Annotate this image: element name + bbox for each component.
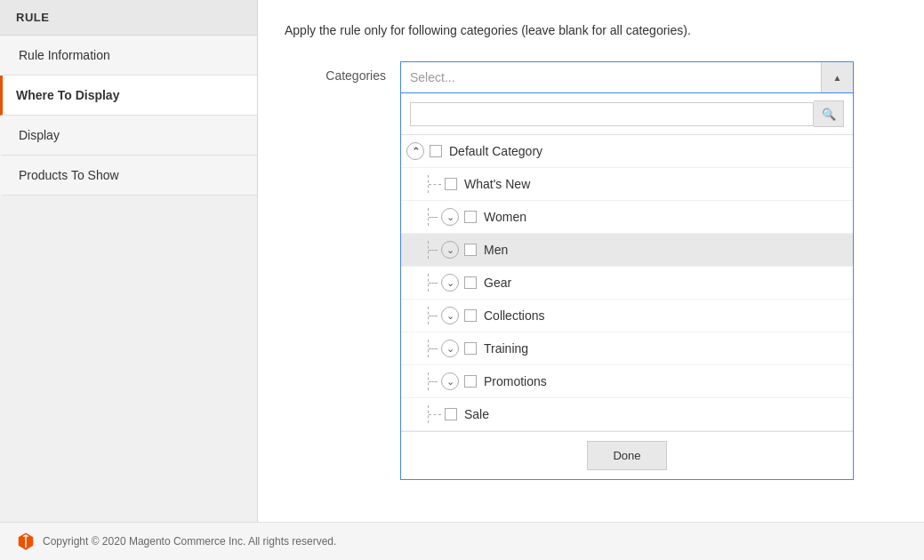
done-button[interactable]: Done [587, 441, 666, 470]
categories-select[interactable]: Select... [400, 61, 854, 93]
dropdown-panel: 🔍 Default Category [400, 93, 854, 480]
categories-label: Categories [285, 61, 400, 83]
checkbox-men[interactable] [464, 244, 477, 256]
checkbox-training[interactable] [464, 342, 477, 355]
sidebar-item-display[interactable]: Display [0, 116, 257, 156]
toggle-promotions[interactable] [441, 372, 459, 390]
toggle-collections[interactable] [441, 307, 459, 324]
toggle-gear[interactable] [441, 274, 459, 292]
list-item-men[interactable]: Men [401, 234, 853, 267]
label-sale: Sale [464, 407, 489, 421]
list-item-gear[interactable]: Gear [401, 267, 853, 300]
categories-select-wrapper: Select... 🔍 [400, 61, 854, 93]
label-whats-new: What's New [464, 177, 530, 191]
toggle-default-category[interactable] [406, 142, 424, 160]
dropdown-search-button[interactable]: 🔍 [814, 100, 844, 127]
footer: Copyright © 2020 Magento Commerce Inc. A… [0, 522, 924, 560]
label-women: Women [484, 210, 526, 224]
list-item-training[interactable]: Training [401, 332, 853, 365]
sidebar-item-products-to-show[interactable]: Products To Show [0, 156, 257, 196]
rule-description: Apply the rule only for following catego… [285, 21, 897, 40]
list-item-whats-new[interactable]: What's New [401, 168, 853, 201]
select-arrow-button[interactable] [821, 62, 853, 92]
sidebar-item-where-to-display[interactable]: Where To Display [0, 76, 257, 116]
checkbox-default-category[interactable] [430, 145, 442, 157]
dropdown-search-row: 🔍 [401, 93, 853, 135]
checkbox-gear[interactable] [464, 276, 477, 289]
list-item-default-category[interactable]: Default Category [401, 135, 853, 168]
select-placeholder-text: Select... [401, 70, 821, 84]
label-gear: Gear [484, 276, 511, 290]
footer-text: Copyright © 2020 Magento Commerce Inc. A… [43, 535, 336, 548]
list-item-promotions[interactable]: Promotions [401, 365, 853, 398]
checkbox-collections[interactable] [464, 309, 477, 322]
label-promotions: Promotions [484, 374, 547, 388]
dropdown-list: Default Category What's New [401, 135, 853, 431]
toggle-women[interactable] [441, 208, 459, 226]
list-item-collections[interactable]: Collections [401, 300, 853, 332]
label-men: Men [484, 243, 508, 257]
toggle-training[interactable] [441, 340, 459, 357]
checkbox-sale[interactable] [445, 408, 457, 420]
label-collections: Collections [484, 308, 544, 323]
checkbox-women[interactable] [464, 211, 477, 223]
list-item-sale[interactable]: Sale [401, 398, 853, 431]
done-row: Done [401, 431, 853, 479]
sidebar-item-rule-information[interactable]: Rule Information [0, 36, 257, 76]
checkbox-promotions[interactable] [464, 375, 477, 388]
checkbox-whats-new[interactable] [445, 178, 457, 190]
dropdown-search-input[interactable] [410, 102, 814, 126]
list-item-women[interactable]: Women [401, 201, 853, 234]
label-default-category: Default Category [449, 144, 542, 158]
sidebar-title: RULE [0, 0, 257, 36]
magento-logo [16, 532, 36, 551]
categories-form-row: Categories Select... 🔍 [285, 61, 897, 93]
toggle-men[interactable] [441, 241, 459, 259]
main-content: Apply the rule only for following catego… [258, 0, 924, 522]
sidebar: RULE Rule Information Where To Display D… [0, 0, 258, 522]
label-training: Training [484, 341, 528, 356]
